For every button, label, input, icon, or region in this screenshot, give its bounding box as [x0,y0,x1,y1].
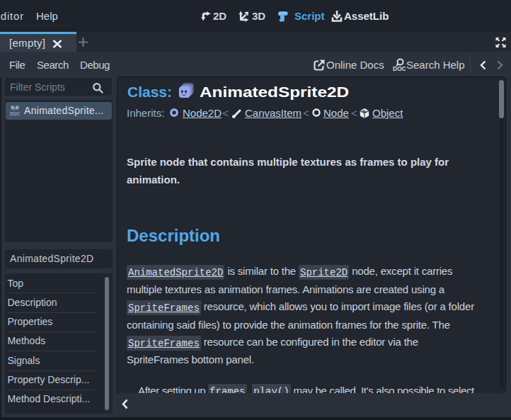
svg-text:DOC: DOC [393,65,406,72]
svg-text:DOC: DOC [10,111,20,116]
